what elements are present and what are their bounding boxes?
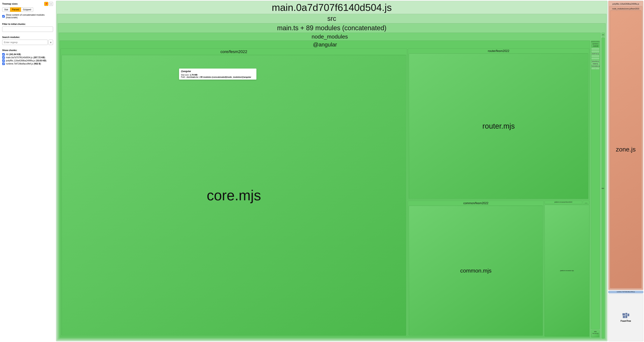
node-subject[interactable]: Subject.js <box>591 63 600 65</box>
filter-input[interactable] <box>2 26 53 32</box>
chevron-left-icon: ‹ <box>51 2 52 5</box>
collapse-button[interactable]: ‹ <box>49 2 53 6</box>
node-core-fesm-title: core/fesm2022 <box>220 50 248 54</box>
node-app[interactable]: app <box>602 38 605 338</box>
node-core-mjs-title: core.mjs <box>207 187 261 204</box>
node-innerfrom[interactable]: innerFrom.js <box>591 53 600 55</box>
svg-rect-4 <box>626 315 627 318</box>
show-chunks-label: Show chunks: <box>2 49 53 52</box>
svg-rect-1 <box>626 313 627 315</box>
node-src-side[interactable]: src <box>602 32 605 37</box>
node-zone-path[interactable]: node_modules/zone.js/fesm2015 zone.js <box>609 6 642 289</box>
tiny-cell[interactable] <box>591 58 600 60</box>
chunk-checkbox[interactable] <box>2 62 5 65</box>
node-polyfills[interactable]: polyfills.118a4268ba2499fa.js node_modul… <box>608 1 643 290</box>
node-runtime[interactable]: runtime.7bf728bdfacc9fef.js <box>608 291 643 293</box>
node-ellipsis[interactable]: … <box>583 201 589 204</box>
node-platform-browser-mjs[interactable]: platform-browser.mjs <box>544 205 589 337</box>
tiny-cell[interactable] <box>591 55 600 57</box>
node-rxjs[interactable]: rxjs/dist/esm/internal operators share.j… <box>591 40 600 330</box>
pin-button[interactable]: 📌 <box>44 2 48 6</box>
sidebar: Treemap sizes: 📌 ‹ Stat Parsed Gzipped S… <box>0 0 55 342</box>
node-subscriber[interactable]: Subscriber.js <box>591 60 600 62</box>
chunk-item-main[interactable]: main.0a7d707f6140d504.js (207.72 KB) <box>2 56 53 59</box>
node-zone-title: zone.js <box>616 146 636 153</box>
svg-rect-0 <box>622 313 625 316</box>
chunk-checkbox[interactable] <box>2 59 5 62</box>
node-subscription[interactable]: Subscription.js <box>591 65 600 67</box>
node-share[interactable]: share.js <box>592 45 599 47</box>
node-router-mjs[interactable]: router.mjs <box>409 54 588 199</box>
tiny-cell[interactable] <box>591 50 600 52</box>
node-polyfills-title: polyfills.118a4268ba2499fa.js <box>612 2 639 6</box>
search-input[interactable] <box>2 40 48 45</box>
tooltip-title: @angular <box>181 70 254 72</box>
chunk-item-all[interactable]: All (241.64 KB) <box>2 53 53 56</box>
foamtree-icon <box>622 313 630 318</box>
node-platform-browser-fesm[interactable]: platform-browser/fesm2022 <box>544 201 582 204</box>
chunk-item-runtime[interactable]: runtime.7bf728bdfacc9fef.js (902 B) <box>2 62 53 65</box>
chunk-item-polyfills[interactable]: polyfills.118a4268ba2499fa.js (33.03 KB) <box>2 59 53 62</box>
concat-checkbox-row[interactable]: Show content of concatenated modules (in… <box>2 14 53 19</box>
tooltip: @angular Stat size: 1.79 MB Path: ./src/… <box>179 68 256 80</box>
tiny-cell[interactable] <box>591 48 600 50</box>
size-parsed-button[interactable]: Parsed <box>10 7 21 12</box>
chunk-list: All (241.64 KB) main.0a7d707f6140d504.js… <box>2 53 53 65</box>
tiny-cell[interactable]: … <box>591 68 600 70</box>
node-operators[interactable]: operators share.js <box>592 42 599 47</box>
concat-checkbox-label: Show content of concatenated modules (in… <box>6 14 53 19</box>
node-zone[interactable]: zone.js <box>610 10 642 288</box>
svg-rect-2 <box>628 314 629 316</box>
node-src-title: src <box>327 15 336 22</box>
node-core-fesm[interactable]: core/fesm2022 core.mjs <box>60 48 407 337</box>
size-mode-group: Stat Parsed Gzipped <box>2 7 53 12</box>
node-core-mjs[interactable]: core.mjs <box>62 55 406 336</box>
node-router-fesm[interactable]: router/fesm2022 router.mjs <box>408 48 589 200</box>
chunk-checkbox[interactable] <box>2 56 5 59</box>
node-src[interactable]: src main.ts + 89 modules (concatenated) … <box>57 14 606 340</box>
filter-label: Filter to initial chunks: <box>2 23 53 26</box>
node-tslib[interactable]: tslib tslib.es6.mjs <box>591 330 600 338</box>
node-common-fesm[interactable]: common/fesm2022 common.mjs <box>408 201 544 337</box>
size-gzipped-button[interactable]: Gzipped <box>21 7 33 12</box>
node-router-fesm-title: router/fesm2022 <box>488 50 509 53</box>
node-concat[interactable]: main.ts + 89 modules (concatenated) node… <box>58 23 606 340</box>
svg-rect-3 <box>623 316 625 318</box>
concat-checkbox[interactable] <box>2 15 5 18</box>
node-main: main.0a7d707f6140d504.js src main.ts + 8… <box>56 1 608 341</box>
pin-icon: 📌 <box>45 2 48 5</box>
node-common-fesm-title: common/fesm2022 <box>463 202 488 205</box>
treemap-sizes-label: Treemap sizes: <box>2 2 18 5</box>
foamtree-logo[interactable]: FoamTree <box>608 294 643 341</box>
node-concat-title: main.ts + 89 modules (concatenated) <box>277 24 386 32</box>
node-angular-title: @angular <box>313 42 337 48</box>
chunk-checkbox[interactable] <box>2 53 5 56</box>
search-clear-button[interactable]: x <box>48 40 53 45</box>
size-stat-button[interactable]: Stat <box>2 7 10 12</box>
treemap-area: main.0a7d707f6140d504.js src main.ts + 8… <box>55 0 644 342</box>
node-node-modules[interactable]: node_modules @angular core/fesm2022 <box>59 32 601 338</box>
node-node-modules-title: node_modules <box>312 34 348 40</box>
node-main-title[interactable]: main.0a7d707f6140d504.js <box>272 2 392 13</box>
search-label: Search modules: <box>2 36 53 38</box>
node-common-mjs[interactable]: common.mjs <box>409 206 543 336</box>
foamtree-label: FoamTree <box>620 320 631 322</box>
node-common-mjs-title: common.mjs <box>460 268 492 274</box>
node-tslib-mjs[interactable]: tslib.es6.mjs <box>592 333 599 337</box>
node-angular[interactable]: @angular core/fesm2022 core.mjs <box>60 40 590 338</box>
node-router-mjs-title: router.mjs <box>482 122 515 130</box>
